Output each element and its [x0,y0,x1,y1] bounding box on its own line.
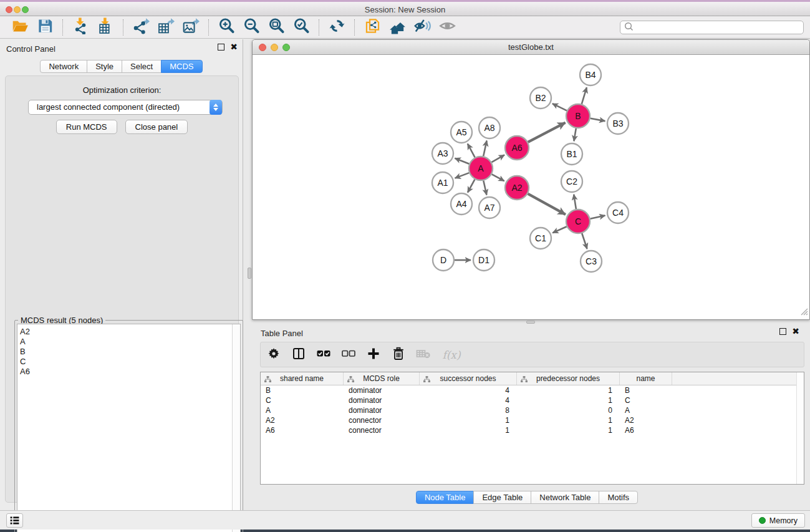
tab-motifs[interactable]: Motifs [599,491,638,504]
show-details-button[interactable] [435,17,460,37]
graph-edge-A-A7[interactable] [483,181,486,195]
graph-edge-A-A8[interactable] [483,141,486,157]
close-panel-icon[interactable]: ✖ [230,44,238,51]
column-header-successor-nodes[interactable]: successor nodes [420,372,517,385]
attribute-settings-button[interactable] [266,347,281,362]
select-all-rows-button[interactable] [316,347,330,362]
mcds-result-item[interactable]: A [20,337,240,347]
graph-edge-B-B1[interactable] [574,128,576,142]
resize-grip-icon[interactable] [799,307,808,318]
export-image-button[interactable] [178,17,203,37]
delete-columns-button[interactable] [391,347,405,362]
tab-edge-table[interactable]: Edge Table [473,491,531,504]
table-scrollbar[interactable] [796,372,804,484]
zoom-selected-button[interactable] [289,17,314,37]
horizontal-splitter-handle[interactable] [248,268,251,279]
tab-node-table[interactable]: Node Table [416,491,475,504]
graph-node-D1[interactable]: D1 [473,249,494,271]
network-window-titlebar[interactable]: testGlobe.txt [253,40,809,55]
hide-details-button[interactable] [410,17,435,37]
import-network-button[interactable] [68,17,93,37]
table-row[interactable]: Cdominator41C [261,395,804,405]
search-input[interactable] [634,22,803,33]
float-panel-icon[interactable] [218,44,224,51]
tab-network[interactable]: Network [40,60,87,73]
table-row[interactable]: A6connector11A6 [261,425,804,435]
memory-button[interactable]: Memory [751,513,805,528]
network-canvas[interactable]: B4 B2 B B3 A5 A8 A6 A3 B1 A A1 C2 A2 A4 [253,55,809,319]
column-header-name[interactable]: name [620,372,672,385]
zoom-fit-button[interactable] [264,17,289,37]
graph-node-B2[interactable]: B2 [530,87,551,109]
list-scrollbar[interactable] [232,324,240,532]
graph-edge-A-A1[interactable] [455,173,470,178]
graph-edge-C-C4[interactable] [591,216,605,219]
graph-node-B3[interactable]: B3 [607,113,629,134]
graph-edge-C-C3[interactable] [582,233,587,249]
graph-node-B[interactable]: B [566,104,590,128]
graph-node-C[interactable]: C [566,210,590,233]
export-network-button[interactable] [128,17,153,37]
mcds-result-item[interactable]: C [20,357,240,367]
tab-mcds[interactable]: MCDS [161,60,202,73]
graph-edge-A2-C[interactable] [528,194,566,215]
run-mcds-button[interactable]: Run MCDS [56,120,117,134]
open-session-button[interactable] [7,17,32,37]
tab-network-table[interactable]: Network Table [531,491,599,504]
network-overview-button[interactable] [385,17,410,37]
column-header-MCDS-role[interactable]: MCDS role [344,372,420,385]
graph-edge-B-B3[interactable] [591,118,605,121]
table-row[interactable]: Bdominator41B [261,385,804,395]
float-table-panel-icon[interactable] [779,328,786,335]
graph-edge-A-A5[interactable] [468,144,475,158]
graph-node-A1[interactable]: A1 [432,172,453,193]
criterion-select[interactable]: largest connected component (directed) [28,100,223,115]
graph-node-D[interactable]: D [433,249,454,271]
graph-node-A4[interactable]: A4 [451,193,472,215]
task-history-button[interactable] [6,513,23,528]
graph-edge-A6-B[interactable] [528,123,566,142]
tab-select[interactable]: Select [122,60,162,73]
zoom-in-button[interactable] [214,17,239,37]
graph-edge-B-B2[interactable] [552,104,567,110]
column-header-predecessor-nodes[interactable]: predecessor nodes [517,372,620,385]
deselect-all-rows-button[interactable] [341,347,355,362]
close-table-panel-icon[interactable]: ✖ [792,328,799,335]
close-panel-button[interactable]: Close panel [125,120,188,134]
vertical-splitter-handle[interactable] [526,321,535,324]
graph-edge-C-C2[interactable] [574,195,576,210]
table-row[interactable]: A2connector11A2 [261,415,804,425]
apply-layout-button[interactable] [324,17,349,37]
graph-node-C1[interactable]: C1 [530,228,551,249]
mcds-result-item[interactable]: A6 [20,367,240,377]
mcds-result-item[interactable]: B [20,347,240,357]
graph-node-A[interactable]: A [469,157,493,180]
create-column-button[interactable] [366,347,380,362]
graph-node-A2[interactable]: A2 [505,176,529,200]
graph-node-B1[interactable]: B1 [561,143,582,165]
column-header-shared-name[interactable]: shared name [261,372,344,385]
graph-node-C3[interactable]: C3 [581,251,602,272]
graph-edge-A-A2[interactable] [492,174,504,181]
clone-network-button[interactable] [360,17,385,37]
export-table-button[interactable] [153,17,178,37]
graph-edge-C-C1[interactable] [552,226,567,233]
graph-edge-A-A4[interactable] [468,180,475,193]
graph-edge-A-A3[interactable] [455,158,470,164]
graph-node-A7[interactable]: A7 [479,197,500,218]
graph-edge-A-A6[interactable] [491,155,504,162]
graph-node-A6[interactable]: A6 [505,136,529,160]
graph-node-C2[interactable]: C2 [561,171,582,192]
import-table-button[interactable] [93,17,118,37]
mcds-result-item[interactable]: A2 [20,327,240,337]
graph-node-A5[interactable]: A5 [451,122,472,143]
graph-node-A8[interactable]: A8 [479,117,500,138]
save-session-button[interactable] [32,17,57,37]
graph-node-B4[interactable]: B4 [580,64,601,85]
graph-node-A3[interactable]: A3 [432,143,453,164]
zoom-out-button[interactable] [239,17,264,37]
graph-edge-B-B4[interactable] [582,87,587,104]
graph-node-C4[interactable]: C4 [607,202,629,223]
table-mode-button[interactable] [291,347,306,362]
tab-style[interactable]: Style [87,60,122,73]
